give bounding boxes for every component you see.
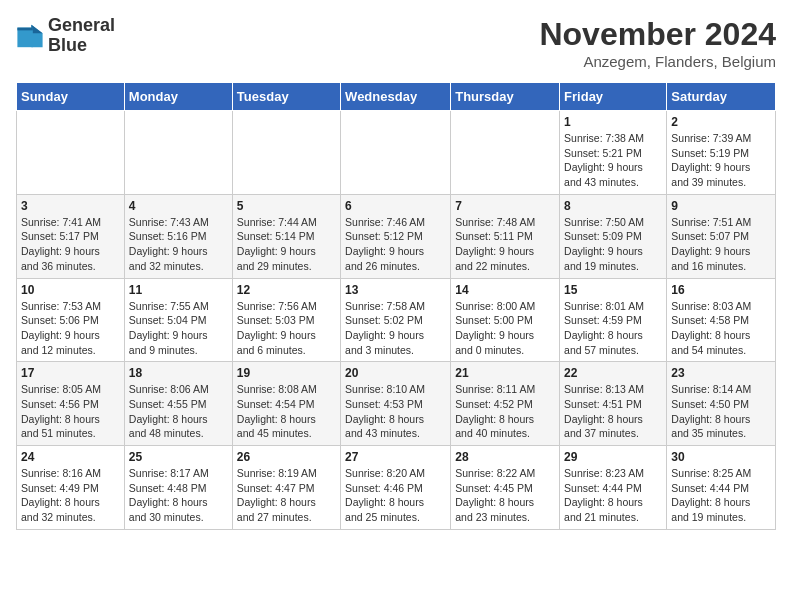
day-info: Sunrise: 7:41 AM Sunset: 5:17 PM Dayligh… xyxy=(21,215,120,274)
week-row-1: 1Sunrise: 7:38 AM Sunset: 5:21 PM Daylig… xyxy=(17,111,776,195)
calendar-cell xyxy=(124,111,232,195)
day-info: Sunrise: 8:13 AM Sunset: 4:51 PM Dayligh… xyxy=(564,382,662,441)
calendar-cell: 25Sunrise: 8:17 AM Sunset: 4:48 PM Dayli… xyxy=(124,446,232,530)
week-row-3: 10Sunrise: 7:53 AM Sunset: 5:06 PM Dayli… xyxy=(17,278,776,362)
calendar-cell: 16Sunrise: 8:03 AM Sunset: 4:58 PM Dayli… xyxy=(667,278,776,362)
calendar: SundayMondayTuesdayWednesdayThursdayFrid… xyxy=(16,82,776,530)
calendar-cell: 4Sunrise: 7:43 AM Sunset: 5:16 PM Daylig… xyxy=(124,194,232,278)
day-number: 9 xyxy=(671,199,771,213)
day-number: 3 xyxy=(21,199,120,213)
day-number: 21 xyxy=(455,366,555,380)
day-number: 22 xyxy=(564,366,662,380)
day-number: 2 xyxy=(671,115,771,129)
calendar-cell: 5Sunrise: 7:44 AM Sunset: 5:14 PM Daylig… xyxy=(232,194,340,278)
logo: General Blue xyxy=(16,16,115,56)
weekday-sunday: Sunday xyxy=(17,83,125,111)
day-number: 6 xyxy=(345,199,446,213)
calendar-cell: 7Sunrise: 7:48 AM Sunset: 5:11 PM Daylig… xyxy=(451,194,560,278)
day-number: 14 xyxy=(455,283,555,297)
day-info: Sunrise: 7:51 AM Sunset: 5:07 PM Dayligh… xyxy=(671,215,771,274)
calendar-cell: 8Sunrise: 7:50 AM Sunset: 5:09 PM Daylig… xyxy=(560,194,667,278)
day-number: 5 xyxy=(237,199,336,213)
logo-icon xyxy=(16,22,44,50)
day-info: Sunrise: 8:06 AM Sunset: 4:55 PM Dayligh… xyxy=(129,382,228,441)
location: Anzegem, Flanders, Belgium xyxy=(539,53,776,70)
day-info: Sunrise: 7:38 AM Sunset: 5:21 PM Dayligh… xyxy=(564,131,662,190)
calendar-cell: 28Sunrise: 8:22 AM Sunset: 4:45 PM Dayli… xyxy=(451,446,560,530)
day-number: 19 xyxy=(237,366,336,380)
day-number: 4 xyxy=(129,199,228,213)
day-number: 17 xyxy=(21,366,120,380)
day-number: 11 xyxy=(129,283,228,297)
day-info: Sunrise: 7:58 AM Sunset: 5:02 PM Dayligh… xyxy=(345,299,446,358)
calendar-cell: 23Sunrise: 8:14 AM Sunset: 4:50 PM Dayli… xyxy=(667,362,776,446)
weekday-thursday: Thursday xyxy=(451,83,560,111)
calendar-body: 1Sunrise: 7:38 AM Sunset: 5:21 PM Daylig… xyxy=(17,111,776,530)
calendar-cell xyxy=(451,111,560,195)
weekday-friday: Friday xyxy=(560,83,667,111)
day-info: Sunrise: 7:39 AM Sunset: 5:19 PM Dayligh… xyxy=(671,131,771,190)
logo-line2: Blue xyxy=(48,36,115,56)
day-number: 7 xyxy=(455,199,555,213)
calendar-cell: 2Sunrise: 7:39 AM Sunset: 5:19 PM Daylig… xyxy=(667,111,776,195)
day-number: 24 xyxy=(21,450,120,464)
day-info: Sunrise: 8:17 AM Sunset: 4:48 PM Dayligh… xyxy=(129,466,228,525)
weekday-saturday: Saturday xyxy=(667,83,776,111)
month-title: November 2024 xyxy=(539,16,776,53)
calendar-cell: 29Sunrise: 8:23 AM Sunset: 4:44 PM Dayli… xyxy=(560,446,667,530)
calendar-cell: 11Sunrise: 7:55 AM Sunset: 5:04 PM Dayli… xyxy=(124,278,232,362)
day-info: Sunrise: 8:03 AM Sunset: 4:58 PM Dayligh… xyxy=(671,299,771,358)
day-info: Sunrise: 8:14 AM Sunset: 4:50 PM Dayligh… xyxy=(671,382,771,441)
day-number: 30 xyxy=(671,450,771,464)
day-info: Sunrise: 8:10 AM Sunset: 4:53 PM Dayligh… xyxy=(345,382,446,441)
day-info: Sunrise: 7:46 AM Sunset: 5:12 PM Dayligh… xyxy=(345,215,446,274)
day-info: Sunrise: 8:08 AM Sunset: 4:54 PM Dayligh… xyxy=(237,382,336,441)
day-info: Sunrise: 8:25 AM Sunset: 4:44 PM Dayligh… xyxy=(671,466,771,525)
day-number: 26 xyxy=(237,450,336,464)
weekday-tuesday: Tuesday xyxy=(232,83,340,111)
calendar-cell: 9Sunrise: 7:51 AM Sunset: 5:07 PM Daylig… xyxy=(667,194,776,278)
week-row-4: 17Sunrise: 8:05 AM Sunset: 4:56 PM Dayli… xyxy=(17,362,776,446)
calendar-header: SundayMondayTuesdayWednesdayThursdayFrid… xyxy=(17,83,776,111)
day-info: Sunrise: 8:19 AM Sunset: 4:47 PM Dayligh… xyxy=(237,466,336,525)
day-number: 10 xyxy=(21,283,120,297)
calendar-cell: 6Sunrise: 7:46 AM Sunset: 5:12 PM Daylig… xyxy=(341,194,451,278)
day-info: Sunrise: 8:11 AM Sunset: 4:52 PM Dayligh… xyxy=(455,382,555,441)
calendar-cell: 30Sunrise: 8:25 AM Sunset: 4:44 PM Dayli… xyxy=(667,446,776,530)
page-header: General Blue November 2024 Anzegem, Flan… xyxy=(16,16,776,70)
title-block: November 2024 Anzegem, Flanders, Belgium xyxy=(539,16,776,70)
day-info: Sunrise: 7:55 AM Sunset: 5:04 PM Dayligh… xyxy=(129,299,228,358)
day-number: 16 xyxy=(671,283,771,297)
calendar-cell: 24Sunrise: 8:16 AM Sunset: 4:49 PM Dayli… xyxy=(17,446,125,530)
calendar-cell xyxy=(232,111,340,195)
day-number: 15 xyxy=(564,283,662,297)
day-info: Sunrise: 8:23 AM Sunset: 4:44 PM Dayligh… xyxy=(564,466,662,525)
week-row-5: 24Sunrise: 8:16 AM Sunset: 4:49 PM Dayli… xyxy=(17,446,776,530)
svg-rect-4 xyxy=(17,27,32,30)
day-number: 12 xyxy=(237,283,336,297)
calendar-cell: 22Sunrise: 8:13 AM Sunset: 4:51 PM Dayli… xyxy=(560,362,667,446)
day-number: 28 xyxy=(455,450,555,464)
logo-text: General Blue xyxy=(48,16,115,56)
svg-rect-3 xyxy=(17,27,32,47)
calendar-cell: 3Sunrise: 7:41 AM Sunset: 5:17 PM Daylig… xyxy=(17,194,125,278)
day-info: Sunrise: 7:48 AM Sunset: 5:11 PM Dayligh… xyxy=(455,215,555,274)
calendar-cell: 19Sunrise: 8:08 AM Sunset: 4:54 PM Dayli… xyxy=(232,362,340,446)
day-number: 8 xyxy=(564,199,662,213)
weekday-row: SundayMondayTuesdayWednesdayThursdayFrid… xyxy=(17,83,776,111)
calendar-cell: 14Sunrise: 8:00 AM Sunset: 5:00 PM Dayli… xyxy=(451,278,560,362)
day-number: 25 xyxy=(129,450,228,464)
calendar-cell: 27Sunrise: 8:20 AM Sunset: 4:46 PM Dayli… xyxy=(341,446,451,530)
day-info: Sunrise: 7:50 AM Sunset: 5:09 PM Dayligh… xyxy=(564,215,662,274)
calendar-cell: 17Sunrise: 8:05 AM Sunset: 4:56 PM Dayli… xyxy=(17,362,125,446)
day-number: 13 xyxy=(345,283,446,297)
day-info: Sunrise: 8:16 AM Sunset: 4:49 PM Dayligh… xyxy=(21,466,120,525)
calendar-cell xyxy=(341,111,451,195)
logo-line1: General xyxy=(48,16,115,36)
calendar-cell: 12Sunrise: 7:56 AM Sunset: 5:03 PM Dayli… xyxy=(232,278,340,362)
day-number: 1 xyxy=(564,115,662,129)
day-number: 20 xyxy=(345,366,446,380)
calendar-cell: 18Sunrise: 8:06 AM Sunset: 4:55 PM Dayli… xyxy=(124,362,232,446)
day-number: 18 xyxy=(129,366,228,380)
calendar-cell: 10Sunrise: 7:53 AM Sunset: 5:06 PM Dayli… xyxy=(17,278,125,362)
